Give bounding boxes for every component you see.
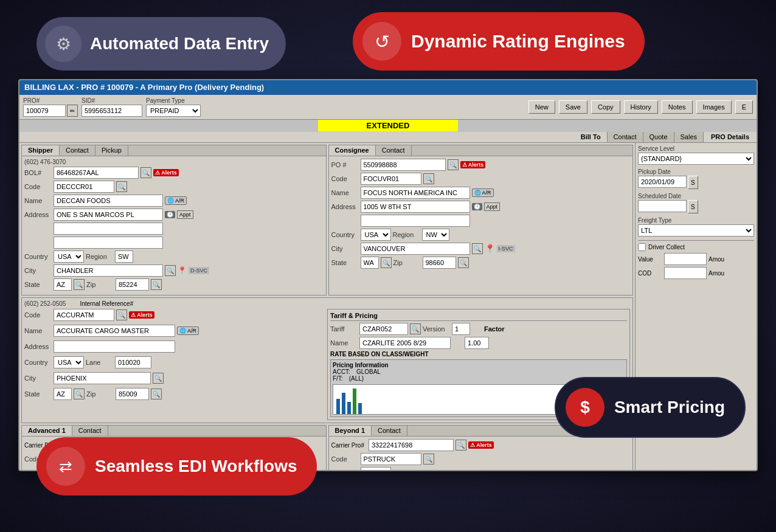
shipper-region-input[interactable]: [115, 250, 133, 263]
consignee-location-icon: 📍: [485, 244, 495, 254]
tab-consignee-contact[interactable]: Contact: [376, 145, 412, 156]
po-input[interactable]: [361, 159, 446, 171]
badge-dynamic: ↺ Dynamic Rating Engines: [353, 12, 645, 71]
shipper-country-row: Country USA Region: [24, 250, 324, 263]
billto-state-search-button[interactable]: 🔍: [74, 389, 85, 399]
shipper-zip-input[interactable]: [116, 278, 149, 291]
consignee-appt-button[interactable]: Appt: [484, 202, 501, 211]
tariff-title: Tariff & Pricing: [330, 312, 627, 321]
beyond-scac-input[interactable]: [361, 467, 391, 471]
bol-search-button[interactable]: 🔍: [140, 167, 151, 178]
shipper-state-input[interactable]: [54, 278, 72, 291]
beyond-carrier-input[interactable]: [369, 439, 454, 451]
pickup-date-cal-button[interactable]: S: [688, 176, 698, 189]
tab-advanced[interactable]: Advanced 1: [22, 426, 72, 436]
shipper-city-search-button[interactable]: 🔍: [165, 265, 176, 276]
notes-button[interactable]: Notes: [662, 100, 693, 114]
tab-shipper-pickup[interactable]: Pickup: [95, 145, 128, 156]
tab-shipper-contact[interactable]: Contact: [60, 145, 95, 156]
tab-beyond[interactable]: Beyond 1: [329, 426, 372, 436]
service-level-select[interactable]: {STANDARD}: [638, 153, 754, 165]
consignee-state-search-button[interactable]: 🔍: [381, 257, 392, 268]
billto-city-input[interactable]: [54, 372, 151, 384]
scheduled-date-input[interactable]: [638, 200, 687, 212]
consignee-region-select[interactable]: NW: [422, 229, 449, 241]
tariff-search-button[interactable]: 🔍: [410, 323, 421, 334]
billto-name-input[interactable]: [54, 325, 175, 337]
pro-edit-button[interactable]: ✏: [67, 105, 78, 117]
shipper-city-input[interactable]: [54, 264, 163, 277]
billto-state-input[interactable]: [54, 388, 72, 400]
billto-zip-input[interactable]: [116, 388, 149, 400]
driver-collect-checkbox[interactable]: [638, 243, 646, 251]
billto-zip-search-button[interactable]: 🔍: [151, 389, 162, 399]
consignee-code-search-button[interactable]: 🔍: [423, 173, 434, 184]
shipper-address3-input[interactable]: [54, 237, 163, 249]
freight-type-select[interactable]: LTL: [638, 224, 754, 237]
shipper-address2-input[interactable]: [54, 223, 163, 235]
tab-advanced-contact[interactable]: Contact: [72, 426, 108, 436]
consignee-name-input[interactable]: [361, 187, 470, 199]
pro-input[interactable]: [23, 105, 66, 117]
consignee-content: PO # 🔍 ⚠ Alerts Code 🔍 Name: [329, 156, 633, 273]
shipper-state-search-button[interactable]: 🔍: [74, 279, 85, 290]
new-button[interactable]: New: [528, 100, 555, 114]
consignee-city-input[interactable]: [361, 243, 470, 255]
shipper-address-input[interactable]: [54, 209, 163, 221]
shipper-zip-search-button[interactable]: 🔍: [151, 279, 162, 290]
po-search-button[interactable]: 🔍: [448, 159, 459, 170]
history-button[interactable]: History: [624, 100, 658, 114]
consignee-state-input[interactable]: [361, 257, 379, 269]
shipper-state-label: State: [24, 281, 52, 288]
tab-sales[interactable]: Sales: [674, 132, 704, 142]
shipper-code-input[interactable]: [54, 181, 114, 193]
tab-quote[interactable]: Quote: [643, 132, 674, 142]
payment-select[interactable]: PREPAID: [146, 105, 201, 117]
billto-city-search-button[interactable]: 🔍: [153, 373, 164, 384]
cod-input[interactable]: [664, 267, 707, 279]
pickup-date-input[interactable]: [638, 176, 687, 188]
beyond-code-search-button[interactable]: 🔍: [423, 454, 434, 465]
shipper-ar-button[interactable]: 🌐 A/R: [165, 196, 187, 205]
tab-consignee[interactable]: Consignee: [329, 145, 376, 156]
save-button[interactable]: Save: [559, 100, 587, 114]
tariff-name-input[interactable]: [359, 337, 451, 349]
tariff-input[interactable]: [359, 323, 408, 335]
consignee-city-search-button[interactable]: 🔍: [472, 243, 483, 254]
billto-address-input[interactable]: [54, 340, 175, 353]
tab-shipper[interactable]: Shipper: [22, 145, 60, 156]
consignee-code-input[interactable]: [361, 173, 421, 185]
images-button[interactable]: Images: [696, 100, 732, 114]
version-input[interactable]: [452, 323, 470, 335]
bol-alert-icon: ⚠ Alerts: [153, 169, 179, 176]
scheduled-date-cal-button[interactable]: S: [688, 200, 698, 213]
billto-code-search-button[interactable]: 🔍: [116, 309, 127, 320]
consignee-zip-search-button[interactable]: 🔍: [458, 257, 469, 268]
consignee-address2-input[interactable]: [361, 215, 470, 227]
value-input[interactable]: [664, 253, 707, 265]
billto-country-label: Country: [24, 359, 52, 366]
consignee-zip-input[interactable]: [423, 257, 456, 269]
consignee-address-input[interactable]: [361, 201, 470, 213]
copy-button[interactable]: Copy: [591, 100, 620, 114]
beyond-code-input[interactable]: [361, 453, 421, 465]
shipper-name-input[interactable]: [54, 195, 163, 207]
shipper-country-select[interactable]: USA: [54, 250, 84, 263]
consignee-country-select[interactable]: USA: [361, 229, 391, 241]
billto-ar-button[interactable]: 🌐 A/R: [177, 326, 199, 335]
tab-contact-billto[interactable]: Contact: [608, 132, 643, 142]
factor-input[interactable]: [465, 337, 489, 349]
tab-billto[interactable]: Bill To: [575, 132, 608, 142]
extra-button[interactable]: E: [735, 100, 753, 114]
shipper-appt-button[interactable]: Appt: [177, 210, 193, 219]
bol-input[interactable]: [54, 167, 139, 179]
beyond-carrier-search-button[interactable]: 🔍: [456, 440, 466, 451]
billto-lane-input[interactable]: [115, 356, 151, 368]
consignee-ar-button[interactable]: 🌐 A/R: [472, 188, 494, 197]
billto-code-input[interactable]: [54, 309, 114, 321]
billto-country-row: Country USA Lane: [24, 356, 321, 368]
sid-input[interactable]: [81, 105, 142, 117]
tab-beyond-contact[interactable]: Contact: [372, 426, 407, 436]
shipper-code-search-button[interactable]: 🔍: [116, 181, 127, 192]
billto-country-select[interactable]: USA: [54, 356, 84, 368]
